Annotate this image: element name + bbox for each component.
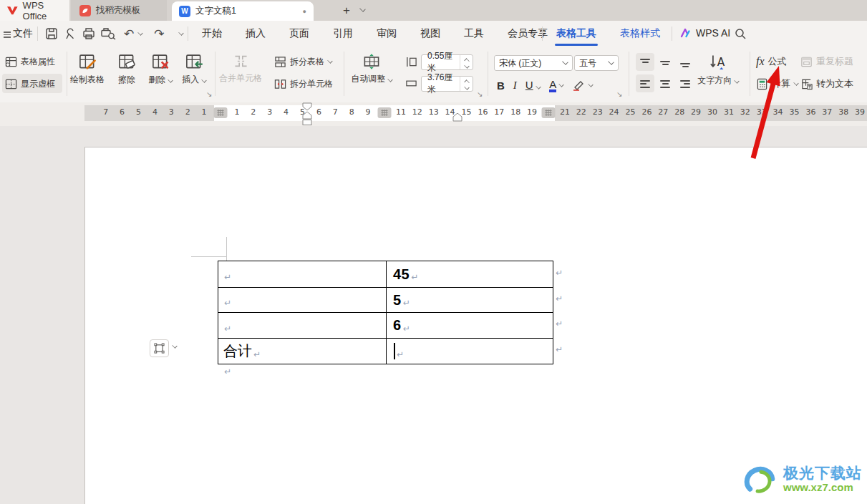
align-left-button[interactable] xyxy=(636,74,654,92)
table-cell-value[interactable]: ↵ xyxy=(386,338,553,364)
ruler-column-handle[interactable] xyxy=(214,107,228,118)
font-color-button[interactable]: A xyxy=(549,78,563,92)
print-icon[interactable] xyxy=(80,27,99,40)
menu-tools[interactable]: 工具 xyxy=(464,27,484,40)
group-launcher-icon[interactable]: ↘ xyxy=(206,90,212,98)
col-width-input[interactable]: 3.76厘米 xyxy=(421,76,473,92)
delete-button[interactable]: 删除 xyxy=(143,53,178,86)
ruler-column-handle[interactable] xyxy=(542,107,556,118)
menu-file[interactable]: 文件 xyxy=(13,21,33,46)
watermark-logo-icon xyxy=(742,461,779,497)
tab-document-active[interactable]: W 文字文稿1 ● xyxy=(172,1,314,21)
pilcrow-mark: ↵ xyxy=(403,324,410,334)
wps-home-label: WPS Office xyxy=(23,0,69,21)
first-line-indent-marker[interactable] xyxy=(301,102,313,111)
show-gridlines-label: 显示虚框 xyxy=(21,78,55,90)
ruler-number: 11 xyxy=(396,107,406,117)
merge-cells-button-disabled: 合并单元格 xyxy=(218,53,263,84)
menu-view[interactable]: 视图 xyxy=(420,27,440,40)
eraser-button[interactable]: 擦除 xyxy=(110,53,144,86)
table-cell-label[interactable]: ↵ xyxy=(218,287,386,312)
ruler-number: 2 xyxy=(251,107,256,117)
hanging-indent-marker[interactable] xyxy=(301,112,313,126)
table-cell-value[interactable]: 5↵ xyxy=(386,287,553,312)
table-cell-label[interactable]: 合计↵ xyxy=(218,338,386,364)
align-center-button[interactable] xyxy=(656,74,674,92)
menu-home[interactable]: 开始 xyxy=(202,27,222,40)
delete-caret-icon xyxy=(168,77,173,82)
document-area[interactable]: ↵45↵↵5↵↵6↵合计↵↵ ↵↵↵↵ ↵ xyxy=(0,126,867,504)
undo-icon[interactable]: ↶ xyxy=(124,26,134,41)
new-tab-button[interactable]: + xyxy=(339,3,354,19)
table-quick-select-caret-icon[interactable] xyxy=(172,343,177,348)
redo-icon[interactable]: ↷ xyxy=(154,26,164,41)
menu-reference[interactable]: 引用 xyxy=(333,27,353,40)
underline-button[interactable]: U xyxy=(525,79,541,92)
tab-list-caret-icon[interactable] xyxy=(359,6,366,12)
ruler-number: 26 xyxy=(641,107,652,117)
right-indent-marker[interactable] xyxy=(452,113,463,122)
tab-table-tools[interactable]: 表格工具 xyxy=(556,27,596,40)
font-color-caret-icon xyxy=(558,82,563,87)
text-direction-button[interactable]: A 文字方向 xyxy=(691,53,745,87)
col-width-icon xyxy=(405,77,417,89)
table-properties-button[interactable]: 表格属性 xyxy=(5,54,55,69)
horizontal-ruler[interactable]: 7654321123456789111213141516171819212223… xyxy=(84,105,867,121)
search-icon[interactable] xyxy=(735,28,747,40)
insert-button[interactable]: 插入 xyxy=(177,53,211,86)
eraser-icon xyxy=(118,53,136,71)
ruler-number: 8 xyxy=(349,107,354,117)
export-pdf-icon[interactable] xyxy=(62,27,80,40)
formula-button[interactable]: fx 公式 xyxy=(756,54,787,69)
menu-review[interactable]: 审阅 xyxy=(377,27,397,40)
font-size-select[interactable]: 五号 xyxy=(574,55,619,71)
table-cell-value[interactable]: 45↵ xyxy=(386,261,553,287)
table-cell-label[interactable]: ↵ xyxy=(218,261,386,287)
col-width-stepper[interactable] xyxy=(460,77,473,91)
row-height-input[interactable]: 0.55厘米 xyxy=(421,54,473,70)
highlight-button[interactable] xyxy=(572,79,593,92)
ruler-number: 9 xyxy=(366,107,371,117)
valign-center-button[interactable] xyxy=(656,53,674,71)
draw-table-button[interactable]: 绘制表格 xyxy=(67,53,108,86)
italic-button[interactable]: I xyxy=(513,79,517,92)
tab-table-style[interactable]: 表格样式 xyxy=(620,27,660,40)
save-icon[interactable] xyxy=(43,27,62,40)
calculate-caret-icon xyxy=(793,80,798,85)
tab-template-store[interactable]: 找稻壳模板 xyxy=(71,0,167,21)
undo-caret-icon[interactable] xyxy=(138,30,143,35)
autofit-button[interactable]: 自动调整 xyxy=(349,53,394,85)
quick-access-more-caret-icon[interactable] xyxy=(178,30,183,35)
main-menu-icon[interactable] xyxy=(4,30,11,39)
row-height-stepper[interactable] xyxy=(460,55,473,69)
table-cell-label[interactable]: ↵ xyxy=(218,312,386,338)
insert-table-icon xyxy=(185,53,203,71)
ruler-number: 23 xyxy=(593,107,603,117)
text-direction-icon: A xyxy=(709,53,727,72)
quick-access-toolbar: ↶ ↷ xyxy=(43,21,183,46)
group-launcher-icon[interactable]: ↘ xyxy=(616,90,622,98)
show-gridlines-row[interactable]: 显示虚框 xyxy=(5,76,55,92)
document-page[interactable]: ↵45↵↵5↵↵6↵合计↵↵ ↵↵↵↵ ↵ xyxy=(84,147,867,504)
document-table[interactable]: ↵45↵↵5↵↵6↵合计↵↵ xyxy=(218,261,553,364)
print-preview-icon[interactable] xyxy=(99,27,118,40)
to-text-button[interactable]: 转为文本 xyxy=(800,76,853,92)
ruler-column-handle[interactable] xyxy=(378,107,392,118)
bold-button[interactable]: B xyxy=(497,79,505,92)
menu-page[interactable]: 页面 xyxy=(289,27,309,40)
valign-top-button[interactable] xyxy=(636,53,654,71)
group-launcher-icon[interactable]: ↘ xyxy=(477,90,483,98)
split-table-icon xyxy=(274,56,286,68)
split-cells-button[interactable]: 拆分单元格 xyxy=(274,76,333,92)
wps-ai-button[interactable]: WPS AI xyxy=(680,27,730,39)
wps-home-button[interactable]: WPS Office xyxy=(0,0,69,21)
calculate-label: 计算 xyxy=(772,77,790,90)
table-quick-select-button[interactable] xyxy=(150,339,169,357)
menu-insert[interactable]: 插入 xyxy=(246,27,266,40)
calculate-button[interactable]: 计算 xyxy=(756,76,798,92)
table-cell-value[interactable]: 6↵ xyxy=(386,312,553,338)
split-table-button[interactable]: 拆分表格 xyxy=(274,54,332,69)
delete-label: 删除 xyxy=(148,74,172,86)
valign-center-icon xyxy=(659,57,671,68)
font-name-select[interactable]: 宋体 (正文) xyxy=(494,55,573,71)
